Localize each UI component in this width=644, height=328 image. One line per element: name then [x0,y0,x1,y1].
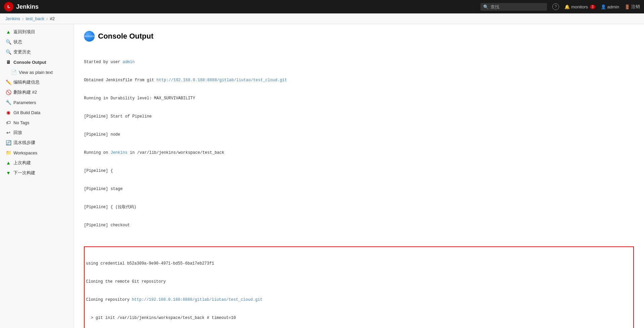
page-title-row: Console Output [84,31,634,42]
monitors-badge: 3 [590,5,595,9]
search-input[interactable] [491,4,544,9]
sidebar-item-plain-text-label: View as plain text [19,70,53,75]
history-icon: 🔍 [5,49,11,55]
jenkins-logo-text: Jenkins [16,3,39,10]
breadcrumb-build-num: #2 [50,16,54,21]
console-line: Running in Durability level: MAX_SURVIVA… [84,95,634,101]
breadcrumb-jenkins[interactable]: Jenkins [5,16,20,21]
pipeline-icon: 🔄 [5,140,11,146]
search-icon: 🔍 [483,4,489,9]
back-icon: ▲ [5,29,11,35]
sidebar-item-prev-label: 上次构建 [13,160,31,166]
console-line: using credential b52a309a-9e90-4971-bd55… [86,261,632,267]
console-line: [Pipeline] node [84,132,634,138]
breadcrumb: Jenkins › test_back › #2 [0,13,644,24]
sidebar-item-status[interactable]: 🔍 状态 [0,37,74,47]
breadcrumb-sep-1: › [22,16,24,21]
sidebar: ▲ 返回到项目 🔍 状态 🔍 变更历史 🖥 Console Output 📄 V… [0,24,74,328]
sidebar-item-git-label: Git Build Data [13,110,40,115]
admin-nav-item[interactable]: 👤 admin [601,4,619,9]
svg-point-1 [7,5,9,7]
git-icon: ◉ [5,109,11,115]
jenkins-link[interactable]: Jenkins [110,150,127,155]
git-url-link-1[interactable]: http://192.168.0.188:8888/gitlab/liutao/… [156,78,287,83]
logout-nav-item[interactable]: 🚪 注销 [625,4,640,10]
logout-icon: 🚪 [625,4,630,9]
delete-icon: 🚫 [5,89,11,95]
console-line: Cloning the remote Git repository [86,279,632,285]
sidebar-item-delete-label: 删除构建 #2 [13,89,37,95]
navbar-right: 🔍 ? 🔔 monitors 3 👤 admin 🚪 注销 [480,3,640,11]
sidebar-item-workspaces-label: Workspaces [13,150,37,155]
top-navbar: Jenkins 🔍 ? 🔔 monitors 3 👤 admin 🚪 注销 [0,0,644,13]
sidebar-item-replay-label: 回放 [13,130,22,136]
sidebar-item-view-plain-text[interactable]: 📄 View as plain text [0,67,74,77]
edit-icon: ✏️ [5,79,11,85]
sidebar-item-next-build[interactable]: ▼ 下一次构建 [0,168,74,178]
sidebar-item-workspaces[interactable]: 📁 Workspaces [0,148,74,158]
monitors-label: monitors [571,4,588,9]
admin-label: admin [607,4,619,9]
main-content: Console Output Started by user admin Obt… [74,24,644,328]
user-link[interactable]: admin [123,60,135,64]
sidebar-item-no-tags[interactable]: 🏷 No Tags [0,118,74,128]
sidebar-item-parameters[interactable]: 🔧 Parameters [0,97,74,107]
console-line: > git init /var/lib/jenkins/workspace/te… [86,315,632,321]
sidebar-item-next-label: 下一次构建 [13,170,35,176]
breadcrumb-test-back[interactable]: test_back [26,16,44,21]
console-line: [Pipeline] { (拉取代码) [84,204,634,210]
jenkins-logo-icon [4,2,13,11]
sidebar-item-replay[interactable]: ↩ 回放 [0,128,74,138]
console-line: Running on Jenkins in /var/lib/jenkins/w… [84,150,634,156]
sidebar-item-status-label: 状态 [13,39,22,45]
plain-text-icon: 📄 [11,69,17,75]
sidebar-item-change-history[interactable]: 🔍 变更历史 [0,47,74,57]
console-line: [Pipeline] { [84,168,634,174]
svg-rect-2 [7,7,10,8]
console-line: Cloning repository http://192.168.0.188:… [86,297,632,303]
tags-icon: 🏷 [5,120,11,126]
console-icon: 🖥 [5,59,11,65]
next-build-icon: ▼ [5,170,11,176]
monitors-nav-item[interactable]: 🔔 monitors 3 [564,4,595,9]
jenkins-logo[interactable]: Jenkins [4,2,39,11]
globe-icon [84,31,95,42]
console-line: [Pipeline] checkout [84,222,634,228]
sidebar-item-pipeline-steps[interactable]: 🔄 流水线步骤 [0,138,74,148]
sidebar-item-no-tags-label: No Tags [13,120,29,125]
console-line: Obtained Jenkinsfile from git http://192… [84,77,634,83]
sidebar-item-delete-build[interactable]: 🚫 删除构建 #2 [0,87,74,97]
highlighted-section: using credential b52a309a-9e90-4971-bd55… [84,246,634,328]
help-icon[interactable]: ? [552,3,559,10]
console-line: [Pipeline] stage [84,186,634,192]
logout-label: 注销 [631,4,640,10]
page-title: Console Output [98,32,153,41]
sidebar-item-history-label: 变更历史 [13,49,31,55]
status-icon: 🔍 [5,39,11,45]
console-output-area: Started by user admin Obtained Jenkinsfi… [84,47,634,328]
sidebar-item-edit-label: 编辑构建信息 [13,79,40,85]
sidebar-item-git-build-data[interactable]: ◉ Git Build Data [0,107,74,118]
user-icon: 👤 [601,4,606,9]
sidebar-item-back-to-project[interactable]: ▲ 返回到项目 [0,27,74,37]
params-icon: 🔧 [5,99,11,105]
sidebar-item-back-label: 返回到项目 [13,29,35,35]
sidebar-item-console-label: Console Output [13,60,46,65]
prev-build-icon: ▲ [5,160,11,166]
sidebar-item-pipeline-label: 流水线步骤 [13,140,35,146]
breadcrumb-sep-2: › [46,16,48,21]
svg-point-0 [6,4,11,9]
sidebar-item-params-label: Parameters [13,100,36,105]
main-layout: ▲ 返回到项目 🔍 状态 🔍 变更历史 🖥 Console Output 📄 V… [0,24,644,328]
console-line: Started by user admin [84,59,634,65]
sidebar-item-edit-build-info[interactable]: ✏️ 编辑构建信息 [0,77,74,87]
search-box[interactable]: 🔍 [480,3,547,11]
replay-icon: ↩ [5,130,11,136]
console-line: [Pipeline] Start of Pipeline [84,113,634,120]
clone-url-link[interactable]: http://192.168.0.188:8888/gitlab/liutao/… [132,297,263,302]
bell-icon: 🔔 [564,4,570,9]
sidebar-item-console-output[interactable]: 🖥 Console Output [0,57,74,67]
sidebar-item-prev-build[interactable]: ▲ 上次构建 [0,158,74,168]
workspace-icon: 📁 [5,150,11,156]
